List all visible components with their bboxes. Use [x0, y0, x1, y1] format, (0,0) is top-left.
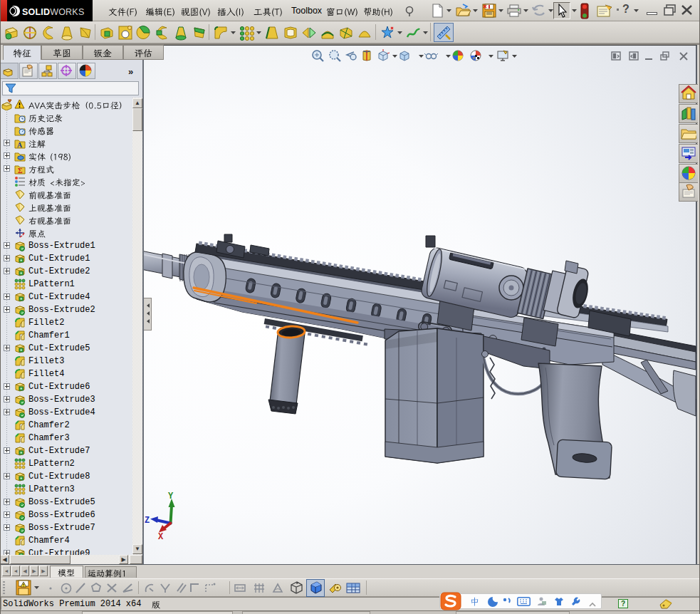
svg-text:Z: Z: [145, 516, 150, 526]
svg-text:X: X: [158, 532, 164, 542]
svg-text:A: A: [17, 141, 23, 149]
svg-text:Σ: Σ: [18, 167, 23, 175]
svg-text:SOLIDWORKS: SOLIDWORKS: [22, 7, 84, 17]
svg-text:Y: Y: [168, 491, 174, 501]
